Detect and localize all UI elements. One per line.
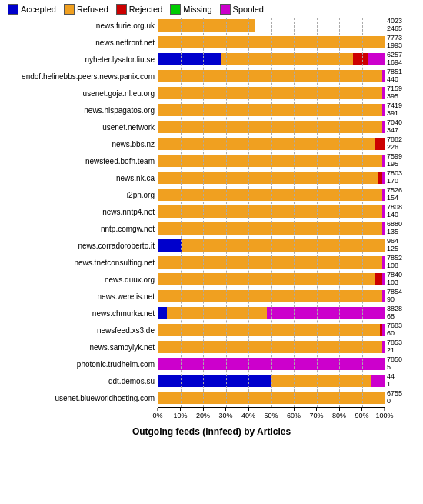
row-label: i2pn.org [8,191,158,199]
row-label: photonic.trudheim.com [8,360,158,369]
row-values: 67550 [385,390,418,406]
bar-container [158,273,385,285]
row-values: 6880135 [385,221,418,236]
row-label: news.hispagatos.org [8,106,158,115]
bar-row: news.samoylyk.net785321 [158,339,385,355]
legend-item-spooled: Spooled [220,4,264,15]
bar-row: news.nntp4.net7808140 [158,204,385,219]
bar-container [158,104,385,116]
bar-segment-rejected [353,53,369,65]
legend-color [170,4,181,15]
bar-segment-refused [158,222,382,235]
x-tick-label: 90% [355,412,368,419]
bar-segment-refused [167,307,267,319]
row-label: news.furie.org.uk [8,22,158,30]
x-tick: 70% [309,408,323,419]
bar-segment-refused [221,53,353,65]
row-label: usenet.blueworldhosting.com [8,394,158,402]
bar-row: usenet.network7040347 [158,119,385,135]
row-label: newsfeed.xs3.de [8,326,158,335]
bar-segment-refused [158,138,375,150]
bar-container [158,121,385,133]
bar-segment-refused [158,155,382,167]
x-tick-line [202,408,203,411]
bar-row: ddt.demos.su441 [158,373,385,389]
row-values: 7840103 [385,272,418,287]
legend-item-refused: Refused [64,4,108,15]
bar-row: i2pn.org7526154 [158,187,385,202]
bar-segment-refused [158,36,385,48]
bar-segment-spooled [267,307,385,319]
row-values: 7882226 [385,136,418,152]
bar-container [158,19,385,32]
x-tick: 80% [332,408,346,419]
row-values: 40232465 [385,18,418,33]
bar-container [158,70,385,82]
bar-container [158,36,385,48]
chart-container: AcceptedRefusedRejectedMissingSpooled ne… [0,0,423,504]
row-values: 78505 [385,356,418,372]
bar-row: nntp.comgw.net6880135 [158,221,385,236]
bar-container [158,172,385,184]
bar-segment-refused [158,256,382,269]
bar-container [158,53,385,65]
x-tick-line [248,408,248,411]
x-tick: 20% [196,408,210,419]
row-label: ddt.demos.su [8,377,158,386]
bar-container [158,290,385,302]
row-values: 7159395 [385,85,418,101]
bar-container [158,341,385,353]
row-values: 7526154 [385,187,418,202]
bar-row: news.hispagatos.org7419391 [158,102,385,118]
x-tick: 30% [218,408,232,419]
x-tick-label: 20% [196,412,210,419]
legend-color [220,4,231,15]
row-values: 7808140 [385,204,418,219]
row-label: endofthelinebbs.peers.news.panix.com [8,72,158,81]
x-tick-line [385,408,385,411]
bar-container [158,205,385,218]
x-tick: 40% [241,408,255,419]
bar-container [158,358,385,370]
bar-row: news.tnetconsulting.net7852108 [158,255,385,270]
row-values: 7599195 [385,153,418,169]
row-label: news.netfront.net [8,38,158,47]
bar-row: photonic.trudheim.com78505 [158,356,385,372]
bar-segment-accepted [158,307,167,319]
x-tick-label: 30% [218,412,232,419]
legend-color [64,4,75,15]
legend-item-accepted: Accepted [8,4,56,15]
row-label: nyheter.lysator.liu.se [8,55,158,64]
bar-segment-refused [158,324,380,336]
x-tick-label: 100% [375,412,393,419]
row-values: 7419391 [385,102,418,118]
row-values: 785321 [385,339,418,355]
x-tick-label: 60% [287,412,301,419]
x-tick-label: 80% [332,412,346,419]
row-label: news.chmurka.net [8,309,158,318]
bar-row: news.quux.org7840103 [158,272,385,287]
x-axis: 0%10%20%30%40%50%60%70%80%90%100% [158,407,385,422]
legend-label: Missing [183,5,212,14]
x-tick-label: 70% [309,412,323,419]
legend-label: Spooled [233,5,264,14]
row-values: 7803170 [385,170,418,185]
row-values: 785490 [385,289,418,304]
bar-container [158,392,385,404]
x-tick-label: 0% [152,412,162,419]
x-tick-line [225,408,226,411]
legend: AcceptedRefusedRejectedMissingSpooled [4,4,419,15]
bar-row: news.furie.org.uk40232465 [158,18,385,33]
bar-row: newsfeed.bofh.team7599195 [158,153,385,169]
bar-row: news.nk.ca7803170 [158,170,385,185]
bar-container [158,307,385,319]
legend-item-missing: Missing [170,4,212,15]
bar-segment-spooled [371,375,385,387]
row-values: 441 [385,373,418,389]
row-label: nntp.comgw.net [8,225,158,233]
bar-container [158,87,385,99]
row-values: 964125 [385,238,418,253]
row-label: news.nntp4.net [8,208,158,216]
legend-label: Refused [77,5,108,14]
bar-segment-refused [158,121,382,133]
